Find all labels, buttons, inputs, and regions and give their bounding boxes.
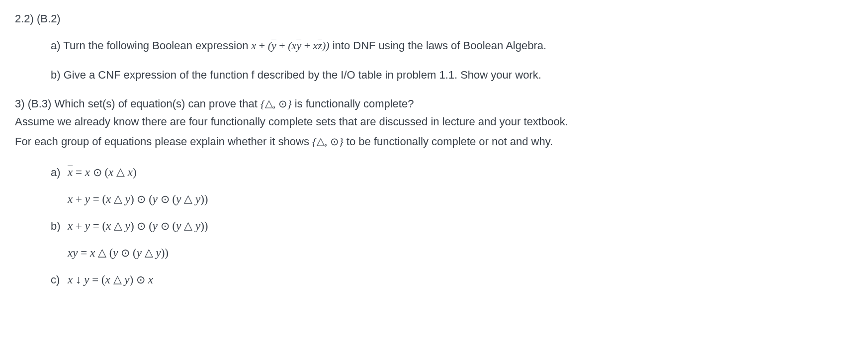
p3-line3: For each group of equations please expla… — [15, 133, 853, 151]
p3-line3-prefix: For each group of equations please expla… — [15, 135, 312, 148]
p3-line1-suffix: is functionally complete? — [292, 97, 414, 110]
problem-2-2-header: 2.2) (B.2) — [15, 10, 853, 28]
equation-options: a)x = x ⊙ (x △ x) x + y = (x △ y) ⊙ (y ⊙… — [51, 163, 853, 289]
eqn-b-line1: b)x + y = (x △ y) ⊙ (y ⊙ (y △ y)) — [51, 217, 853, 236]
eqn-c-l1-math: x ↓ y = (x △ y) ⊙ x — [68, 273, 153, 286]
problem-2-2-a: a) Turn the following Boolean expression… — [51, 37, 853, 55]
p3-line3-suffix: to be functionally complete or not and w… — [344, 135, 553, 148]
eqn-a-line1: a)x = x ⊙ (x △ x) — [51, 163, 853, 182]
eqn-a-line2: x + y = (x △ y) ⊙ (y ⊙ (y △ y)) — [51, 190, 853, 209]
eqn-a-l1-math: x = x ⊙ (x △ x) — [68, 166, 137, 179]
eqn-a-label: a) — [51, 164, 68, 181]
eqn-b-label: b) — [51, 217, 68, 235]
p22a-suffix: into DNF using the laws of Boolean Algeb… — [330, 39, 547, 52]
p22a-prefix: a) Turn the following Boolean expression — [51, 39, 252, 52]
problem-2-2-b: b) Give a CNF expression of the function… — [51, 66, 853, 84]
p22a-expression: x + (y + (xy + xz)) — [252, 39, 330, 52]
p3-line2: Assume we already know there are four fu… — [15, 113, 853, 131]
eqn-c-label: c) — [51, 271, 68, 289]
eqn-b-l2-math: xy = x △ (y ⊙ (y △ y)) — [68, 247, 169, 259]
p3-set2: {△, ⊙} — [312, 135, 344, 148]
p3-line1-prefix: 3) (B.3) Which set(s) of equation(s) can… — [15, 97, 260, 110]
p3-set1: {△, ⊙} — [260, 97, 292, 110]
eqn-a-l2-math: x + y = (x △ y) ⊙ (y ⊙ (y △ y)) — [68, 193, 208, 205]
eqn-c-line1: c)x ↓ y = (x △ y) ⊙ x — [51, 271, 853, 289]
p3-line1: 3) (B.3) Which set(s) of equation(s) can… — [15, 95, 853, 113]
eqn-b-l1-math: x + y = (x △ y) ⊙ (y ⊙ (y △ y)) — [68, 220, 208, 232]
problem-3-header: 3) (B.3) Which set(s) of equation(s) can… — [15, 95, 853, 151]
eqn-b-line2: xy = x △ (y ⊙ (y △ y)) — [51, 244, 853, 263]
